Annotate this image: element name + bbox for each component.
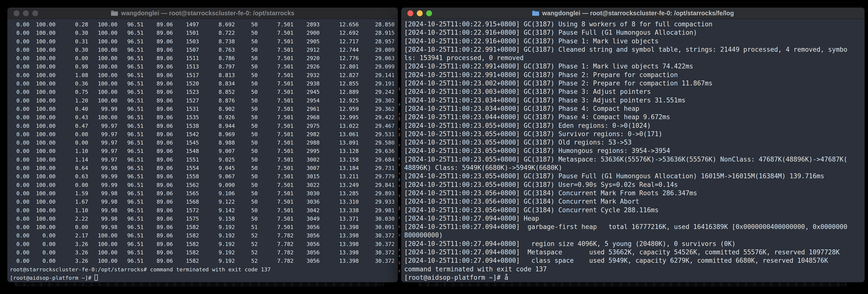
titlebar[interactable]: wangdonglei — root@starrockscluster-fe-0…	[7, 8, 398, 19]
occluded-text-fragment	[399, 164, 400, 166]
folder-icon[interactable]	[532, 10, 539, 16]
minimize-button-icon[interactable]	[23, 10, 29, 16]
close-button-icon[interactable]	[407, 10, 413, 16]
terminal-output-right[interactable]: [2024-10-25T11:00:22.915+0800] GC(3187) …	[401, 19, 865, 282]
occluded-text-fragment	[399, 270, 400, 272]
close-button-icon[interactable]	[13, 10, 20, 16]
occluded-text-fragment	[399, 87, 400, 90]
occluded-text-fragment	[399, 185, 400, 187]
window-title: wangdonglei — root@starrockscluster-fe-0…	[121, 9, 294, 17]
traffic-lights	[407, 8, 432, 19]
occluded-window-bottom-edge	[418, 282, 847, 286]
zoom-button-icon[interactable]	[426, 10, 432, 16]
traffic-lights	[13, 8, 38, 19]
occluded-text-fragment	[399, 249, 400, 251]
folder-icon[interactable]	[111, 10, 118, 16]
occluded-text-fragment	[399, 157, 400, 159]
occluded-text-fragment	[399, 206, 400, 210]
occluded-text-fragment	[399, 262, 400, 264]
terminal-cursor	[95, 274, 98, 281]
occluded-text-fragment	[399, 217, 400, 219]
occluded-text-fragment	[399, 117, 400, 121]
occluded-text-fragment	[399, 172, 400, 175]
occluded-text-fragment	[399, 195, 400, 197]
occluded-text-fragment	[399, 104, 400, 106]
desktop: { "colors": { "term_bg": "#2b303a", "ter…	[0, 0, 868, 294]
occluded-text-fragment	[399, 133, 400, 137]
occluded-text-fragment	[399, 255, 400, 257]
window-title: wangdonglei — root@starrockscluster-fe-0…	[542, 9, 734, 17]
occluded-window-bottom-edge	[15, 282, 384, 286]
occluded-text-fragment	[399, 234, 400, 236]
occluded-text-fragment	[399, 178, 400, 181]
occluded-text-fragment	[399, 128, 400, 130]
terminal-output-left[interactable]: 0.00 100.00 0.28 100.00 96.51 89.06 1497…	[7, 19, 398, 282]
minimize-button-icon[interactable]	[417, 10, 423, 16]
titlebar[interactable]: wangdonglei — root@starrockscluster-fe-0…	[401, 8, 865, 19]
occluded-text-fragment	[399, 113, 400, 115]
terminal-window-gclog: wangdonglei — root@starrockscluster-fe-0…	[401, 8, 865, 282]
occluded-text-fragment	[399, 226, 400, 228]
zoom-button-icon[interactable]	[32, 10, 38, 16]
occluded-text-fragment	[399, 144, 400, 146]
terminal-window-jstat: wangdonglei — root@starrockscluster-fe-0…	[7, 8, 398, 282]
